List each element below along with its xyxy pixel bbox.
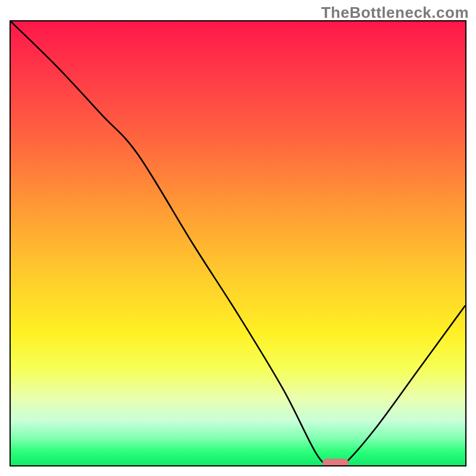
chart-stage: TheBottleneck.com bbox=[0, 0, 476, 476]
watermark-text: TheBottleneck.com bbox=[321, 4, 469, 22]
plot-frame bbox=[10, 20, 466, 466]
heatmap-gradient-background bbox=[11, 21, 465, 465]
